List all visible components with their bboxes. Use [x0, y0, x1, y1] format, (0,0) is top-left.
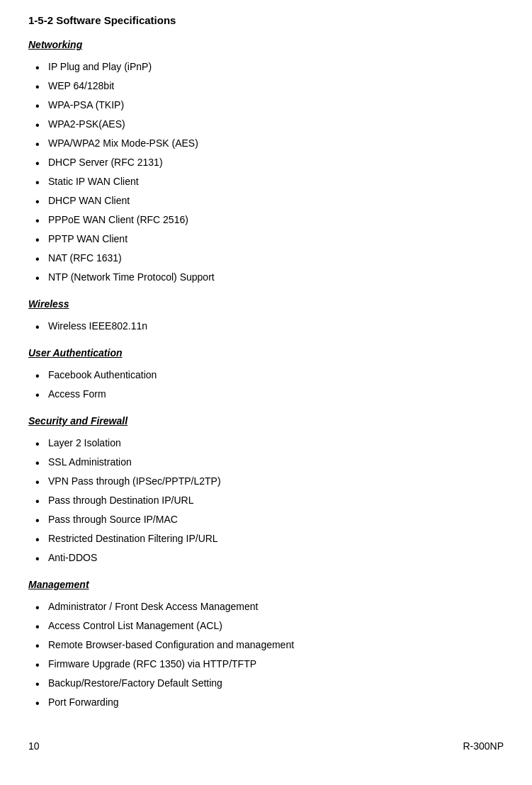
section-security-firewall: Security and FirewallLayer 2 IsolationSS… — [28, 415, 504, 567]
list-item: PPPoE WAN Client (RFC 2516) — [28, 210, 504, 230]
list-item: Access Control List Management (ACL) — [28, 616, 504, 636]
page-header: 1-5-2 Software Specifications — [28, 14, 504, 26]
section-wireless: WirelessWireless IEEE802.11n — [28, 298, 504, 336]
list-item: Pass through Destination IP/URL — [28, 491, 504, 510]
section-management: ManagementAdministrator / Front Desk Acc… — [28, 579, 504, 712]
section-networking: NetworkingIP Plug and Play (iPnP)WEP 64/… — [28, 39, 504, 287]
page-title: 1-5-2 Software Specifications — [28, 14, 504, 26]
list-item: Port Forwarding — [28, 693, 504, 712]
section-title-security-firewall: Security and Firewall — [28, 415, 504, 427]
list-item: PPTP WAN Client — [28, 230, 504, 249]
list-item: Wireless IEEE802.11n — [28, 317, 504, 336]
section-list-management: Administrator / Front Desk Access Manage… — [28, 597, 504, 712]
list-item: WPA/WPA2 Mix Mode-PSK (AES) — [28, 134, 504, 153]
section-user-authentication: User AuthenticationFacebook Authenticati… — [28, 347, 504, 404]
list-item: Restricted Destination Filtering IP/URL — [28, 529, 504, 548]
list-item: Static IP WAN Client — [28, 172, 504, 191]
list-item: VPN Pass through (IPSec/PPTP/L2TP) — [28, 472, 504, 491]
list-item: Access Form — [28, 385, 504, 404]
content-area: NetworkingIP Plug and Play (iPnP)WEP 64/… — [28, 39, 504, 712]
list-item: DHCP Server (RFC 2131) — [28, 153, 504, 172]
list-item: WPA-PSA (TKIP) — [28, 96, 504, 115]
section-title-wireless: Wireless — [28, 298, 504, 310]
list-item: NTP (Network Time Protocol) Support — [28, 268, 504, 287]
list-item: WEP 64/128bit — [28, 77, 504, 96]
list-item: NAT (RFC 1631) — [28, 249, 504, 268]
section-list-networking: IP Plug and Play (iPnP)WEP 64/128bitWPA-… — [28, 57, 504, 287]
page-footer: 10 R-300NP — [28, 740, 504, 752]
list-item: SSL Administration — [28, 453, 504, 472]
section-list-wireless: Wireless IEEE802.11n — [28, 317, 504, 336]
list-item: Pass through Source IP/MAC — [28, 510, 504, 529]
list-item: Administrator / Front Desk Access Manage… — [28, 597, 504, 616]
list-item: IP Plug and Play (iPnP) — [28, 57, 504, 77]
list-item: Layer 2 Isolation — [28, 434, 504, 453]
list-item: Facebook Authentication — [28, 366, 504, 385]
model-number: R-300NP — [463, 740, 504, 752]
list-item: Anti-DDOS — [28, 548, 504, 567]
section-list-security-firewall: Layer 2 IsolationSSL AdministrationVPN P… — [28, 434, 504, 567]
list-item: Firmware Upgrade (RFC 1350) via HTTP/TFT… — [28, 655, 504, 674]
section-title-user-authentication: User Authentication — [28, 347, 504, 358]
list-item: Backup/Restore/Factory Default Setting — [28, 674, 504, 693]
section-list-user-authentication: Facebook AuthenticationAccess Form — [28, 366, 504, 404]
list-item: WPA2-PSK(AES) — [28, 115, 504, 134]
list-item: DHCP WAN Client — [28, 191, 504, 210]
section-title-management: Management — [28, 579, 504, 590]
list-item: Remote Browser-based Configuration and m… — [28, 636, 504, 655]
page-number: 10 — [28, 740, 40, 752]
section-title-networking: Networking — [28, 39, 504, 50]
